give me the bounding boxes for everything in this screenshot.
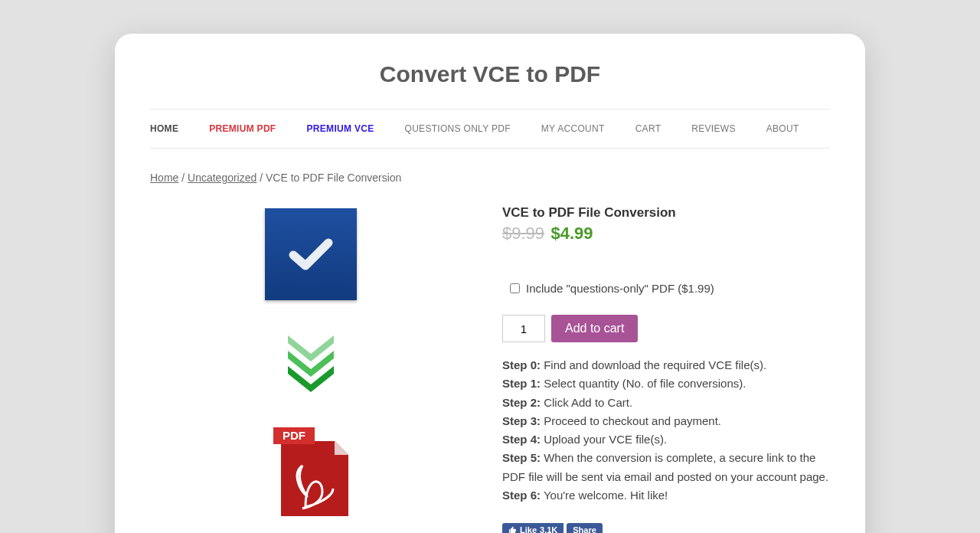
step-line: Step 1: Select quantity (No. of file con… bbox=[502, 374, 830, 393]
pdf-file-icon: PDF bbox=[269, 423, 353, 522]
fb-like-label: Like bbox=[520, 525, 537, 533]
nav-reviews[interactable]: REVIEWS bbox=[691, 123, 735, 134]
product-title: VCE to PDF File Conversion bbox=[502, 205, 830, 221]
fb-share-button[interactable]: Share bbox=[567, 523, 603, 533]
step-line: Step 5: When the conversion is complete,… bbox=[502, 449, 830, 486]
price-row: $9.99 $4.99 bbox=[502, 224, 830, 244]
breadcrumb-sep: / bbox=[256, 172, 266, 184]
nav-my-account[interactable]: MY ACCOUNT bbox=[541, 123, 605, 134]
thumbs-up-icon bbox=[508, 526, 517, 533]
fb-like-count: 3.1K bbox=[540, 525, 557, 533]
down-arrows-icon bbox=[280, 331, 341, 392]
nav-premium-pdf[interactable]: PREMIUM PDF bbox=[209, 123, 276, 134]
step-line: Step 0: Find and download the required V… bbox=[502, 356, 830, 374]
breadcrumb-current: VCE to PDF File Conversion bbox=[266, 172, 401, 184]
addon-questions-only[interactable]: Include "questions-only" PDF ($1.99) bbox=[502, 282, 830, 295]
breadcrumb-category[interactable]: Uncategorized bbox=[188, 172, 256, 184]
product-summary: VCE to PDF File Conversion $9.99 $4.99 I… bbox=[502, 205, 830, 533]
nav-questions-only-pdf[interactable]: QUESTIONS ONLY PDF bbox=[405, 123, 511, 134]
step-line: Step 3: Proceed to checkout and payment. bbox=[502, 412, 830, 430]
fb-like-button[interactable]: Like 3.1K bbox=[502, 523, 564, 533]
cart-row: Add to cart bbox=[502, 315, 830, 342]
breadcrumb-sep: / bbox=[178, 172, 188, 184]
step-line: Step 6: You're welcome. Hit like! bbox=[502, 486, 830, 505]
nav-cart[interactable]: CART bbox=[635, 123, 662, 134]
svg-text:PDF: PDF bbox=[283, 429, 305, 442]
instruction-steps: Step 0: Find and download the required V… bbox=[502, 356, 830, 505]
addon-checkbox[interactable] bbox=[510, 283, 520, 293]
facebook-widget: Like 3.1K Share bbox=[502, 523, 830, 533]
step-line: Step 2: Click Add to Cart. bbox=[502, 394, 830, 412]
quantity-input[interactable] bbox=[502, 315, 545, 342]
nav-about[interactable]: ABOUT bbox=[766, 123, 799, 134]
sale-price: $4.99 bbox=[551, 224, 593, 243]
product-area: PDF VCE to PDF File Conversion $9.99 $4.… bbox=[150, 205, 830, 533]
nav-home[interactable]: HOME bbox=[150, 123, 178, 134]
step-line: Step 4: Upload your VCE file(s). bbox=[502, 430, 830, 449]
breadcrumb: Home / Uncategorized / VCE to PDF File C… bbox=[150, 172, 830, 184]
page-card: Convert VCE to PDF HOME PREMIUM PDF PREM… bbox=[115, 34, 865, 533]
vce-check-icon bbox=[265, 208, 357, 300]
main-nav: HOME PREMIUM PDF PREMIUM VCE QUESTIONS O… bbox=[150, 109, 830, 149]
nav-premium-vce[interactable]: PREMIUM VCE bbox=[307, 123, 374, 134]
add-to-cart-button[interactable]: Add to cart bbox=[551, 315, 638, 342]
old-price: $9.99 bbox=[502, 224, 544, 243]
product-gallery: PDF bbox=[150, 205, 472, 533]
addon-label: Include "questions-only" PDF ($1.99) bbox=[526, 282, 714, 295]
breadcrumb-home[interactable]: Home bbox=[150, 172, 178, 184]
site-title: Convert VCE to PDF bbox=[150, 61, 830, 87]
